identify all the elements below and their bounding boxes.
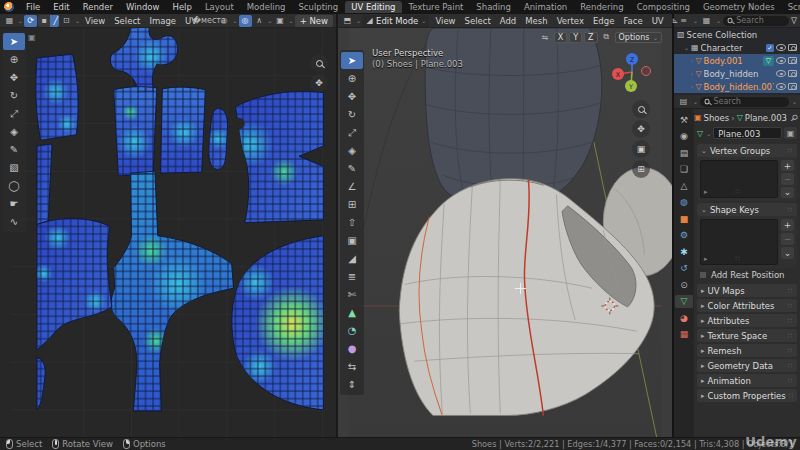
vp-tool-poly-build-icon[interactable]: ▲ — [341, 304, 363, 321]
outliner-display-caret-icon[interactable]: ⌄ — [693, 17, 698, 24]
workspace-tab-modeling[interactable]: Modeling — [241, 1, 292, 13]
properties-search-input[interactable] — [713, 97, 785, 106]
uv-maps-panel-header[interactable]: ▸ UV Maps ∷ — [697, 284, 797, 297]
panel-grip-icon[interactable]: ∷ — [788, 332, 793, 340]
vp-tool-add-cube-icon[interactable]: ⊞ — [341, 196, 363, 213]
tab-scene[interactable]: △ — [675, 179, 693, 192]
outliner-row-scene-collection[interactable]: ▧ Scene Collection — [674, 28, 800, 41]
remesh-panel-header[interactable]: ▸ Remesh ∷ — [697, 344, 797, 357]
mirror-z-button[interactable]: Z — [584, 32, 597, 43]
breadcrumb-object[interactable]: Shoes — [704, 113, 730, 123]
vp-menu-view[interactable]: View — [431, 16, 459, 26]
uv-tool-relax-icon[interactable]: ∿ — [3, 213, 25, 230]
navigation-gizmo[interactable]: Z X Y — [610, 50, 654, 94]
viewport-editor-type-caret-icon[interactable]: ⌄ — [356, 17, 361, 24]
body-hidden-001-expand-icon[interactable]: › — [691, 83, 693, 90]
workspace-tab-animation[interactable]: Animation — [518, 1, 573, 13]
tab-constraints[interactable]: ⊙ — [675, 278, 693, 291]
character-camera-icon[interactable] — [788, 44, 797, 51]
vp-menu-face[interactable]: Face — [619, 16, 646, 26]
tab-particles[interactable]: ✱ — [675, 245, 693, 258]
blender-logo-icon[interactable] — [4, 2, 14, 12]
outliner-search[interactable] — [723, 16, 789, 26]
properties-search[interactable] — [700, 97, 789, 107]
uv-pan-icon[interactable]: ✥ — [310, 74, 328, 92]
uv-editor-type-icon[interactable]: ▦ — [3, 15, 16, 27]
vp-tool-shrink-fatten-icon[interactable]: ⇕ — [341, 376, 363, 393]
shape-key-add-button[interactable]: + — [781, 219, 794, 231]
vp-menu-edge[interactable]: Edge — [589, 16, 618, 26]
uv-select-vertex-icon[interactable]: ▪ — [38, 15, 50, 27]
breadcrumb-data[interactable]: Plane.003 — [745, 113, 787, 123]
gizmo-minus-x-axis[interactable] — [642, 67, 651, 76]
uv-sticky-caret-icon[interactable]: ⌄ — [75, 17, 80, 24]
vp-transform-orientation-icon[interactable]: ⊾ — [669, 15, 682, 27]
uv-proportional-edit-icon[interactable]: ◎ — [239, 15, 252, 27]
mirror-x-button[interactable]: X — [554, 32, 567, 43]
uv-falloff-caret-icon[interactable]: ⌄ — [268, 17, 273, 24]
vp-zoom-icon[interactable] — [632, 100, 650, 118]
tab-view-layer[interactable]: ❏ — [675, 163, 693, 176]
uv-menu-view[interactable]: View — [81, 16, 109, 26]
uv-tool-tweak-icon[interactable]: ➤ — [3, 33, 25, 50]
workspace-tab-layout[interactable]: Layout — [199, 1, 240, 13]
uv-tool-scale-icon[interactable]: ⤢ — [3, 105, 25, 122]
uv-select-edge-icon[interactable]: ╱ — [50, 15, 59, 27]
panel-grip-icon[interactable]: ∷ — [788, 347, 793, 355]
uv-menu-image[interactable]: Image — [145, 16, 180, 26]
tab-render[interactable]: ◉ — [675, 130, 693, 143]
body-001-expand-icon[interactable]: › — [691, 57, 693, 64]
tab-material[interactable]: ◕ — [675, 311, 693, 324]
character-checkbox[interactable] — [766, 44, 774, 52]
outliner-funnel-icon[interactable]: ∇ — [791, 16, 797, 26]
tab-object-data[interactable]: ▽ — [675, 295, 693, 308]
tab-world[interactable]: ◍ — [675, 196, 693, 209]
uv-zoom-icon[interactable] — [310, 54, 328, 72]
vp-menu-uv[interactable]: UV — [648, 16, 668, 26]
add-rest-position-row[interactable]: Add Rest Position — [697, 268, 797, 282]
vp-tool-extrude-icon[interactable]: ⇧ — [341, 214, 363, 231]
workspace-tab-shading[interactable]: Shading — [470, 1, 517, 13]
vp-tool-measure-icon[interactable]: ∠ — [341, 178, 363, 195]
body-001-camera-icon[interactable] — [788, 57, 797, 64]
vp-tool-smooth-icon[interactable]: ● — [341, 340, 363, 357]
vp-menu-add[interactable]: Add — [496, 16, 520, 26]
panel-grip-icon[interactable]: ∷ — [788, 377, 793, 385]
outliner-row-body-hidden[interactable]: › ▽ Body_hidden — [674, 67, 800, 80]
vp-tool-rotate-icon[interactable]: ↻ — [341, 106, 363, 123]
list-grip-icon[interactable]: ∷ — [735, 188, 740, 196]
panel-grip-icon[interactable]: ∷ — [788, 362, 793, 370]
vertex-groups-panel-header[interactable]: ⌄ Vertex Groups ∷ — [697, 144, 797, 157]
outliner-search-input[interactable] — [736, 16, 785, 25]
vp-tool-loop-cut-icon[interactable]: ≣ — [341, 268, 363, 285]
uv-tool-cursor-icon[interactable]: ⊕ — [3, 51, 25, 68]
uv-snap-caret-icon[interactable]: ⌄ — [233, 17, 238, 24]
viewport-canvas[interactable]: ➤ ⊕ ✥ ↻ ⤢ ◈ ✎ ∠ ⊞ ⇧ ▣ ◢ ≣ ✄ ▲ ◔ ● ⇆ ⇕ ⇋ … — [336, 28, 672, 437]
uv-editor-type-caret-icon[interactable]: ⌄ — [18, 17, 23, 24]
vp-menu-select[interactable]: Select — [461, 16, 495, 26]
menu-edit[interactable]: Edit — [47, 2, 75, 12]
properties-options-caret-icon[interactable]: ⌄ — [792, 98, 797, 105]
tab-output[interactable]: ▤ — [675, 146, 693, 159]
snap-icon[interactable]: ⧉ — [600, 31, 613, 43]
panel-grip-icon[interactable]: ∷ — [789, 392, 794, 400]
vp-tool-spin-icon[interactable]: ◔ — [341, 322, 363, 339]
outliner-row-body-hidden-001[interactable]: › ▽ Body_hidden.001 — [674, 80, 800, 93]
menu-render[interactable]: Render — [77, 2, 119, 12]
mode-selector[interactable]: ◢ Edit Mode ⌄ — [362, 15, 429, 27]
uv-tool-grab-icon[interactable]: ☛ — [3, 195, 25, 212]
uv-sync-selection-icon[interactable]: ⟳ — [24, 15, 37, 27]
vp-tool-bevel-icon[interactable]: ◢ — [341, 250, 363, 267]
vp-menu-vertex[interactable]: Vertex — [553, 16, 588, 26]
uv-pivot-icon[interactable]: �места — [202, 15, 216, 27]
body-001-eye-icon[interactable] — [776, 57, 786, 64]
color-attributes-panel-header[interactable]: ▸ Color Attributes ∷ — [697, 299, 797, 312]
character-eye-icon[interactable] — [776, 44, 786, 51]
datablock-name-field[interactable]: Plane.003 — [713, 127, 782, 139]
menu-help[interactable]: Help — [166, 2, 197, 12]
vp-tool-edge-slide-icon[interactable]: ⇆ — [341, 358, 363, 375]
vp-tool-tweak-icon[interactable]: ➤ — [341, 52, 363, 69]
attributes-panel-header[interactable]: ▸ Attributes ∷ — [697, 314, 797, 327]
menu-file[interactable]: File — [20, 2, 46, 12]
vp-tool-inset-icon[interactable]: ▣ — [341, 232, 363, 249]
